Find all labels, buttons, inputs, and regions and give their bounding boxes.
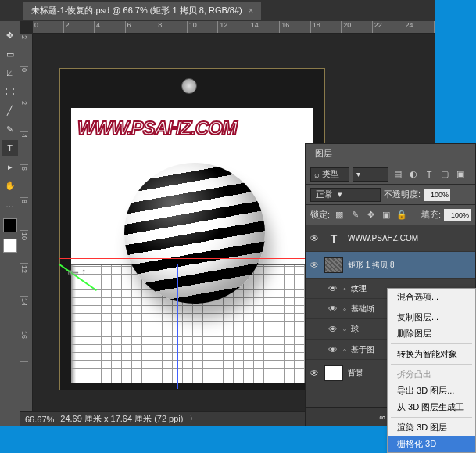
lock-label: 锁定:: [310, 209, 330, 221]
layer-search[interactable]: ⌕ 类型: [310, 167, 349, 182]
ruler-tick: 4: [20, 132, 28, 165]
type-tool[interactable]: T: [2, 140, 18, 156]
sublayer-icon: ◦: [343, 304, 346, 314]
menu-item[interactable]: 复制图层...: [388, 309, 475, 325]
fg-swatch[interactable]: [3, 218, 17, 232]
artboard: WWW.PSAHZ.COM: [71, 108, 313, 383]
layer-name: 背景: [348, 368, 363, 379]
3d-gizmo-icon[interactable]: ⊕━ ⇡: [67, 268, 87, 277]
filter-smart-icon[interactable]: ▣: [454, 169, 467, 180]
layer-row[interactable]: 👁矩形 1 拷贝 8: [306, 252, 475, 279]
sublayer-icon: ◦: [343, 345, 346, 354]
blend-row: 正常 ▾ 不透明度: 100%: [306, 185, 475, 205]
zoom-value[interactable]: 66.67%: [25, 415, 54, 424]
ruler-tick: 12: [218, 21, 249, 33]
lasso-tool[interactable]: ⟀: [2, 65, 18, 81]
hand-tool[interactable]: ✋: [2, 178, 18, 193]
eyedropper-tool[interactable]: ╱: [2, 102, 18, 118]
ruler-tick: 4: [95, 21, 126, 33]
ruler-tick: 16: [20, 329, 28, 362]
fill-label: 填充:: [421, 209, 441, 221]
doc-dimensions: 24.69 厘米 x 17.64 厘米 (72 ppi): [60, 413, 183, 425]
statusbar-menu-icon[interactable]: 〉: [189, 413, 198, 425]
zoom-tool[interactable]: …: [2, 196, 18, 212]
axis-z-blue: [177, 264, 178, 389]
layer-row[interactable]: 👁TWWW.PSAHZ.COM: [306, 225, 475, 252]
path-tool[interactable]: ▸: [2, 159, 18, 174]
light-widget-icon[interactable]: [181, 78, 197, 94]
ruler-tick: 24: [403, 21, 435, 33]
tab-bar: 未标题-1-恢复的.psd @ 66.7% (矩形 1 拷贝 8, RGB/8#…: [0, 0, 435, 21]
filter-shape-icon[interactable]: ▢: [438, 169, 451, 180]
visibility-icon[interactable]: 👁: [309, 233, 320, 244]
context-menu: 混合选项...复制图层...删除图层转换为智能对象拆分凸出导出 3D 图层...…: [387, 288, 476, 453]
menu-item[interactable]: 转换为智能对象: [388, 346, 475, 362]
move-tool[interactable]: ✥: [2, 27, 18, 43]
filter-image-icon[interactable]: ▤: [392, 169, 404, 180]
visibility-icon[interactable]: 👁: [327, 324, 338, 335]
ruler-tick: 0: [33, 21, 64, 33]
menu-item[interactable]: 渲染 3D 图层: [388, 419, 475, 436]
ruler-tick: 14: [249, 21, 281, 33]
ruler-tick: 16: [280, 21, 311, 33]
ruler-horizontal: 024681012141618202224: [33, 21, 435, 34]
ruler-tick: 18: [311, 21, 342, 33]
crop-tool[interactable]: ⛶: [2, 84, 18, 99]
menu-item[interactable]: 从 3D 图层生成工: [388, 399, 475, 415]
ruler-tick: 2: [64, 21, 95, 33]
layer-name: WWW.PSAHZ.COM: [348, 234, 418, 243]
ruler-tick: 22: [373, 21, 404, 33]
visibility-icon[interactable]: 👁: [309, 368, 320, 379]
lock-all-icon[interactable]: 🔒: [395, 210, 408, 221]
visibility-icon[interactable]: 👁: [309, 260, 320, 271]
document-tab[interactable]: 未标题-1-恢复的.psd @ 66.7% (矩形 1 拷贝 8, RGB/8#…: [23, 2, 261, 20]
filter-adjust-icon[interactable]: ◐: [407, 169, 420, 180]
layer-name: 纹理: [351, 283, 367, 294]
ruler-tick: 10: [20, 231, 28, 264]
layers-tab[interactable]: 图层: [306, 144, 342, 164]
fill-input[interactable]: 100%: [444, 209, 471, 221]
visibility-icon[interactable]: 👁: [327, 344, 338, 355]
blend-mode-select[interactable]: 正常 ▾: [310, 188, 381, 202]
ruler-tick: 10: [188, 21, 219, 33]
menu-item[interactable]: 混合选项...: [388, 289, 475, 305]
bg-swatch[interactable]: [3, 239, 17, 253]
watermark-text: WWW.PSAHZ.COM: [77, 117, 237, 139]
layer-thumb: [324, 257, 343, 273]
visibility-icon[interactable]: 👁: [327, 304, 338, 315]
layer-thumb: [324, 365, 343, 381]
lock-move-icon[interactable]: ✥: [364, 210, 377, 221]
ruler-tick: 20: [342, 21, 373, 33]
lock-pixels-icon[interactable]: ▩: [333, 210, 345, 221]
search-icon: ⌕: [314, 170, 320, 179]
toolbox: ✥ ▭ ⟀ ⛶ ╱ ✎ T ▸ ✋ …: [0, 21, 20, 426]
menu-item[interactable]: 栅格化 3D: [388, 436, 475, 452]
menu-item: 拆分凸出: [388, 366, 475, 383]
lock-brush-icon[interactable]: ✎: [349, 210, 361, 221]
filter-dropdown[interactable]: ▾: [353, 167, 388, 182]
ruler-tick: 2: [20, 99, 28, 132]
panel-tabs: 图层: [306, 144, 475, 164]
opacity-input[interactable]: 100%: [424, 189, 450, 201]
ruler-tick: 6: [20, 165, 28, 198]
menu-separator: [391, 307, 472, 307]
marquee-tool[interactable]: ▭: [2, 46, 18, 62]
lock-artboard-icon[interactable]: ▣: [380, 210, 392, 221]
menu-separator: [391, 364, 472, 365]
sublayer-icon: ◦: [343, 325, 346, 334]
layer-filter-row: ⌕ 类型 ▾ ▤ ◐ T ▢ ▣: [306, 164, 475, 185]
filter-type-icon[interactable]: T: [423, 169, 435, 180]
footer-icon[interactable]: ∞: [380, 412, 386, 422]
layer-name: 基础渐: [351, 304, 374, 315]
menu-item[interactable]: 删除图层: [388, 325, 475, 342]
ruler-vertical: 20246810121416: [20, 34, 33, 426]
visibility-icon[interactable]: 👁: [327, 283, 338, 294]
ruler-tick: 6: [126, 21, 157, 33]
brush-tool[interactable]: ✎: [2, 121, 18, 137]
layer-name: 矩形 1 拷贝 8: [348, 260, 394, 271]
striped-sphere: [124, 163, 265, 304]
canvas-frame[interactable]: WWW.PSAHZ.COM: [59, 68, 325, 390]
layer-name: 球: [351, 324, 359, 335]
menu-item[interactable]: 导出 3D 图层...: [388, 383, 475, 399]
lock-row: 锁定: ▩ ✎ ✥ ▣ 🔒 填充: 100%: [306, 205, 475, 225]
